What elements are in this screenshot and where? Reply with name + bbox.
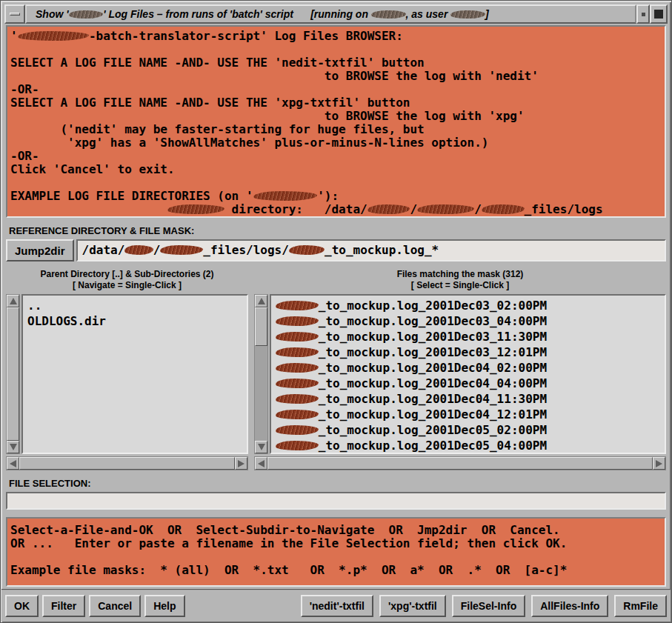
directory-list-vscrollbar[interactable]: [6, 294, 20, 454]
directory-list-column: Parent Directory [..] & Sub-Directories …: [6, 269, 248, 470]
list-item[interactable]: OLDLOGS.dir: [23, 313, 247, 329]
redaction-scribble: [276, 425, 319, 435]
list-item[interactable]: _to_mockup.log_2001Dec04_12:01PM: [271, 407, 665, 422]
lists-area: Parent Directory [..] & Sub-Directories …: [6, 269, 666, 470]
arrow-up-icon: [10, 298, 17, 304]
file-list-hscrollbar[interactable]: [254, 456, 666, 470]
directory-scroll-right-button[interactable]: [235, 457, 247, 470]
button-help[interactable]: Help: [144, 595, 184, 617]
text-line: EXAMPLE LOG FILE DIRECTORIES (on ''):: [10, 190, 662, 203]
redaction-scribble: [371, 10, 406, 19]
button-xpg-txtfil[interactable]: 'xpg'-txtfil: [379, 595, 446, 617]
list-item[interactable]: _to_mockup.log_2001Dec04_11:30PM: [271, 391, 665, 407]
minimize-icon: [642, 13, 645, 16]
directory-list-hscrollbar[interactable]: [6, 456, 248, 470]
file-selection-field[interactable]: [6, 492, 666, 510]
arrow-left-icon: [10, 460, 16, 467]
text-line: [10, 176, 662, 190]
redaction-scribble: [276, 301, 319, 310]
text-line: Example file masks: * (all) OR *.txt OR …: [10, 564, 662, 577]
window-menu-icon: [10, 13, 20, 16]
file-list-vscrollbar[interactable]: [254, 294, 268, 454]
redaction-scribble: [276, 441, 319, 450]
text-line: to BROWSE the log with 'xpg': [10, 110, 662, 123]
directory-hscroll-trough[interactable]: [19, 457, 235, 470]
arrow-right-icon: [238, 460, 244, 467]
button-ok[interactable]: OK: [5, 595, 39, 617]
file-vscroll-thumb[interactable]: [255, 307, 267, 346]
arrow-right-icon: [656, 460, 662, 467]
file-hscroll-thumb[interactable]: [267, 457, 653, 470]
directory-vscroll-thumb[interactable]: [7, 307, 19, 441]
button-allfiles-info[interactable]: AllFiles-Info: [531, 595, 608, 617]
redaction-scribble: [160, 245, 203, 255]
file-scroll-down-button[interactable]: [255, 441, 267, 453]
list-item[interactable]: _to_mockup.log_2001Dec03_04:00PM: [271, 313, 665, 329]
text-line: SELECT A LOG FILE NAME -AND- USE THE 'xp…: [10, 96, 662, 110]
file-list-frame: _to_mockup.log_2001Dec03_02:00PM_to_mock…: [254, 294, 666, 454]
list-item[interactable]: _to_mockup.log_2001Dec05_04:00PM: [271, 438, 665, 453]
list-item[interactable]: _to_mockup.log_2001Dec05_02:00PM: [271, 422, 665, 438]
button-rmfile[interactable]: RmFile: [614, 595, 667, 617]
text-line: '-batch-translator-script' Log Files BRO…: [10, 30, 662, 43]
text-line: 'xpg' has a 'ShowAllMatches' plus-or-min…: [10, 136, 662, 150]
arrow-down-icon: [258, 444, 265, 450]
list-item[interactable]: _to_mockup.log_2001Dec04_04:00PM: [271, 376, 665, 391]
button-nedit-txtfil[interactable]: 'nedit'-txtfil: [301, 595, 373, 617]
list-item[interactable]: _to_mockup.log_2001Dec03_02:00PM: [271, 298, 665, 313]
button-filesel-info[interactable]: FileSel-Info: [452, 595, 525, 617]
titlebar[interactable]: Show '' Log Files – from runs of 'batch'…: [4, 4, 668, 24]
list-item[interactable]: _to_mockup.log_2001Dec03_12:01PM: [271, 344, 665, 360]
redaction-scribble: [18, 31, 89, 41]
window-menu-button[interactable]: [4, 4, 25, 24]
file-hscroll-trough[interactable]: [267, 457, 653, 470]
file-vscroll-trough[interactable]: [255, 307, 267, 441]
text-line: directory: /data///_files/logs: [10, 203, 662, 216]
button-bar: OKFilterCancelHelp 'nedit'-txtfil'xpg'-t…: [1, 589, 671, 622]
reference-row: Jump2dir /data//_files/logs/_to_mockup.l…: [6, 239, 666, 261]
file-list-header: Files matching the mask (312) [ Select =…: [254, 269, 666, 291]
action-button-group: OKFilterCancelHelp: [5, 595, 185, 617]
redaction-scribble: [276, 394, 319, 404]
file-list-title: Files matching the mask (312): [254, 269, 666, 280]
jump2dir-button[interactable]: Jump2dir: [6, 239, 74, 261]
minimize-button[interactable]: [636, 4, 650, 24]
directory-scroll-up-button[interactable]: [7, 295, 19, 307]
reference-directory-label: REFERENCE DIRECTORY & FILE MASK:: [9, 225, 668, 236]
text-line: Select-a-File-and-OK OR Select-Subdir-to…: [10, 524, 662, 537]
list-item[interactable]: _to_mockup.log_2001Dec04_02:00PM: [271, 360, 665, 376]
redaction-scribble: [276, 379, 319, 388]
arrow-left-icon: [258, 460, 265, 467]
maximize-icon: [654, 10, 663, 19]
redaction-scribble: [482, 204, 525, 214]
redaction-scribble: [69, 10, 104, 19]
arrow-down-icon: [10, 444, 17, 450]
file-scroll-left-button[interactable]: [255, 457, 267, 470]
tool-button-group: 'nedit'-txtfil'xpg'-txtfilFileSel-InfoAl…: [301, 595, 667, 617]
directory-scroll-down-button[interactable]: [7, 441, 19, 453]
directory-hscroll-thumb[interactable]: [19, 457, 235, 470]
redaction-scribble: [276, 332, 319, 342]
button-cancel[interactable]: Cancel: [89, 595, 141, 617]
file-list: _to_mockup.log_2001Dec03_02:00PM_to_mock…: [270, 294, 666, 454]
redaction-scribble: [367, 204, 410, 214]
file-mask-field[interactable]: /data//_files/logs/_to_mockup.log_*: [76, 239, 666, 261]
redaction-scribble: [276, 363, 319, 373]
text-line: SELECT A LOG FILE NAME -AND- USE THE 'ne…: [10, 56, 662, 70]
maximize-button[interactable]: [650, 4, 668, 24]
list-item[interactable]: ..: [23, 298, 247, 313]
help-panel: Select-a-File-and-OK OR Select-Subdir-to…: [6, 517, 666, 587]
redaction-scribble: [276, 410, 319, 419]
redaction-scribble: [167, 204, 224, 214]
redaction-scribble: [276, 316, 319, 326]
directory-scroll-left-button[interactable]: [7, 457, 19, 470]
directory-list: ..OLDLOGS.dir: [21, 294, 248, 454]
file-scroll-up-button[interactable]: [255, 295, 267, 307]
redaction-scribble: [276, 347, 319, 357]
log-file-browser-dialog: Show '' Log Files – from runs of 'batch'…: [0, 0, 672, 623]
list-item[interactable]: _to_mockup.log_2001Dec03_11:30PM: [271, 329, 665, 344]
file-scroll-right-button[interactable]: [653, 457, 665, 470]
directory-vscroll-trough[interactable]: [7, 307, 19, 441]
button-filter[interactable]: Filter: [42, 595, 85, 617]
intro-panel: '-batch-translator-script' Log Files BRO…: [6, 25, 666, 218]
